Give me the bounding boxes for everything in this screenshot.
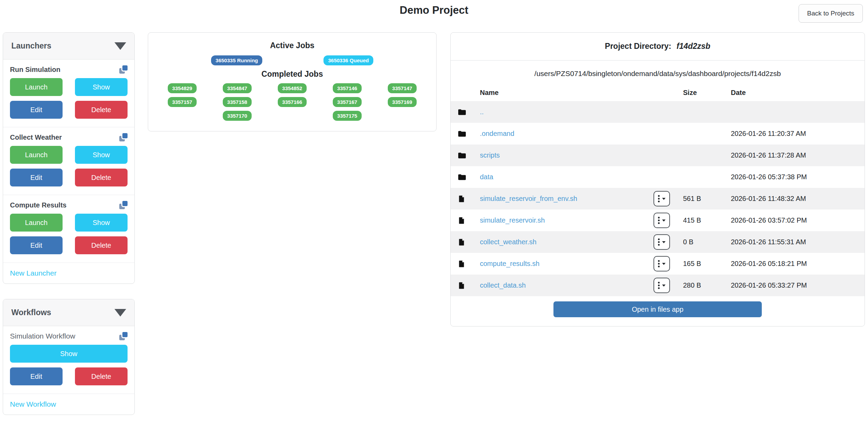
launcher-item-collect-weather: Collect Weather Launch Show Edit Delete: [3, 127, 134, 195]
edit-button[interactable]: Edit: [10, 367, 63, 385]
folder-icon: [455, 173, 480, 181]
dropdown-caret-icon: [662, 263, 666, 265]
open-in-files-app-button[interactable]: Open in files app: [553, 301, 762, 317]
folder-icon: [455, 130, 480, 138]
show-button[interactable]: Show: [75, 214, 128, 232]
delete-button[interactable]: Delete: [75, 169, 128, 186]
completed-jobs-grid: 3354829 3354847 3354852 3357146 3357147 …: [155, 83, 429, 121]
job-badge-completed: 3357166: [278, 97, 307, 107]
edit-button[interactable]: Edit: [10, 236, 63, 254]
copy-icon[interactable]: [119, 201, 128, 209]
copy-icon[interactable]: [119, 65, 128, 74]
launcher-item-title: Collect Weather: [10, 133, 62, 141]
edit-button[interactable]: Edit: [10, 169, 63, 186]
right-column: Project Directory: f14d2zsb /users/PZS07…: [450, 32, 865, 327]
file-table-header: Name Size Date: [451, 84, 865, 101]
kebab-menu-icon: [658, 238, 660, 246]
completed-jobs-heading: Completed Jobs: [155, 69, 429, 79]
workflows-card: Workflows Simulation Workflow Show Edit …: [3, 299, 135, 415]
job-badge-completed: 3357157: [168, 97, 197, 107]
file-link[interactable]: simulate_reservoir.sh: [480, 216, 653, 224]
file-actions-dropdown-button[interactable]: [653, 234, 670, 250]
delete-button[interactable]: Delete: [75, 101, 128, 119]
middle-column: Active Jobs 3650335 Running 3650336 Queu…: [148, 32, 437, 131]
file-link[interactable]: .ondemand: [480, 130, 653, 138]
table-row: .ondemand 2026-01-26 11:20:37 AM: [451, 123, 865, 145]
page-title: Demo Project: [0, 0, 868, 17]
file-actions-dropdown-button[interactable]: [653, 191, 670, 206]
active-jobs-heading: Active Jobs: [155, 41, 429, 50]
job-badge-completed: 3357158: [223, 97, 252, 107]
delete-button[interactable]: Delete: [75, 367, 128, 385]
launch-button[interactable]: Launch: [10, 146, 63, 164]
active-jobs-badges: 3650335 Running 3650336 Queued: [155, 55, 429, 65]
job-badge-queued: 3650336 Queued: [323, 55, 373, 65]
file-icon: [455, 238, 480, 246]
copy-icon[interactable]: [119, 133, 128, 141]
job-badge-running: 3650335 Running: [211, 55, 262, 65]
file-date: 2026-01-26 11:48:32 AM: [731, 195, 865, 203]
file-actions-dropdown-button[interactable]: [653, 278, 670, 293]
column-header-size: Size: [683, 89, 731, 97]
new-launcher-link[interactable]: New Launcher: [10, 269, 56, 277]
job-badge-completed: 3354847: [223, 83, 252, 93]
launcher-item-title: Compute Results: [10, 201, 66, 209]
back-to-projects-button[interactable]: Back to Projects: [799, 4, 863, 23]
column-header-name: Name: [480, 89, 653, 97]
project-directory-card: Project Directory: f14d2zsb /users/PZS07…: [450, 32, 865, 327]
kebab-menu-icon: [658, 195, 660, 202]
launchers-card-header[interactable]: Launchers: [3, 33, 134, 60]
job-badge-completed: 3354852: [278, 83, 307, 93]
show-button[interactable]: Show: [75, 146, 128, 164]
jobs-card: Active Jobs 3650335 Running 3650336 Queu…: [148, 32, 437, 131]
file-link[interactable]: collect_weather.sh: [480, 238, 653, 246]
file-size: 561 B: [683, 195, 731, 203]
launch-button[interactable]: Launch: [10, 78, 63, 96]
workflows-title: Workflows: [11, 308, 51, 317]
project-id: f14d2zsb: [677, 42, 710, 51]
launcher-item-run-simulation: Run Simulation Launch Show Edit Delete: [3, 60, 134, 127]
file-icon: [455, 195, 480, 203]
project-directory-label: Project Directory:: [605, 42, 671, 51]
table-row: ..: [451, 101, 865, 123]
project-directory-path: /users/PZS0714/bsingleton/ondemand/data/…: [451, 61, 865, 83]
table-row: simulate_reservoir.sh 415 B 2026-01-26 0…: [451, 210, 865, 231]
workflow-item-title: Simulation Workflow: [10, 332, 75, 340]
dropdown-caret-icon: [662, 241, 666, 243]
dropdown-caret-icon: [662, 198, 666, 200]
kebab-menu-icon: [658, 217, 660, 224]
file-icon: [455, 282, 480, 289]
workflows-card-header[interactable]: Workflows: [3, 299, 134, 326]
collapse-caret-icon: [114, 309, 126, 317]
file-size: 280 B: [683, 281, 731, 289]
file-link[interactable]: compute_results.sh: [480, 260, 653, 268]
file-link[interactable]: scripts: [480, 151, 653, 159]
file-link[interactable]: collect_data.sh: [480, 281, 653, 289]
file-link[interactable]: simulate_reservoir_from_env.sh: [480, 195, 653, 203]
job-badge-completed: 3357167: [333, 97, 362, 107]
file-icon: [455, 260, 480, 268]
launcher-item-compute-results: Compute Results Launch Show Edit Delete: [3, 195, 134, 263]
file-date: 2026-01-26 11:55:31 AM: [731, 238, 865, 246]
launchers-title: Launchers: [11, 41, 51, 51]
file-date: 2026-01-26 05:33:27 PM: [731, 281, 865, 289]
show-button[interactable]: Show: [75, 78, 128, 96]
show-button[interactable]: Show: [10, 345, 128, 363]
left-column: Launchers Run Simulation Launch Show Edi…: [3, 32, 135, 415]
file-link[interactable]: data: [480, 173, 653, 181]
launchers-card: Launchers Run Simulation Launch Show Edi…: [3, 32, 135, 284]
folder-icon: [455, 152, 480, 159]
file-actions-dropdown-button[interactable]: [653, 213, 670, 228]
launch-button[interactable]: Launch: [10, 214, 63, 232]
copy-icon[interactable]: [119, 332, 128, 340]
edit-button[interactable]: Edit: [10, 101, 63, 119]
file-link[interactable]: ..: [480, 108, 653, 116]
delete-button[interactable]: Delete: [75, 236, 128, 254]
dropdown-caret-icon: [662, 220, 666, 222]
kebab-menu-icon: [658, 260, 660, 267]
file-actions-dropdown-button[interactable]: [653, 256, 670, 271]
new-workflow-link[interactable]: New Workflow: [10, 400, 56, 408]
file-date: 2026-01-26 03:57:02 PM: [731, 216, 865, 224]
collapse-caret-icon: [114, 42, 126, 50]
file-size: 415 B: [683, 216, 731, 224]
